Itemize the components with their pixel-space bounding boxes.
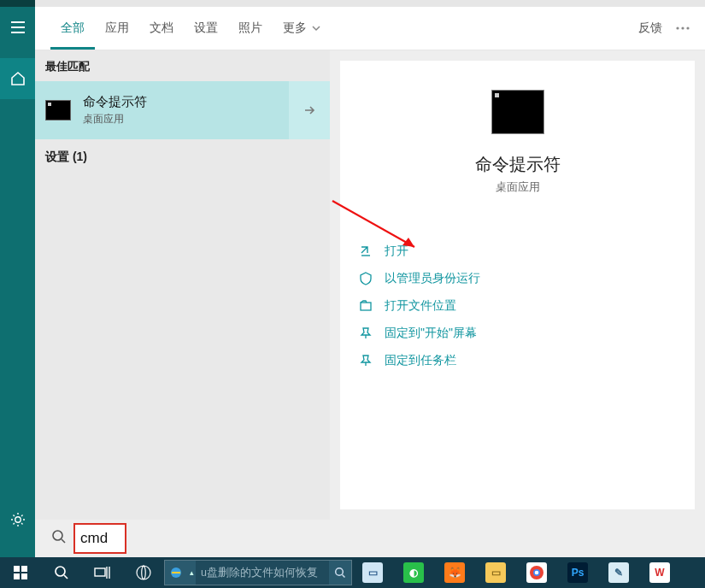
action-pin-start-label: 固定到"开始"屏幕 xyxy=(385,326,477,341)
svg-point-3 xyxy=(686,26,689,29)
svg-point-10 xyxy=(56,567,65,576)
taskbar-search-button[interactable] xyxy=(41,557,82,588)
svg-rect-6 xyxy=(14,566,20,572)
action-open-location[interactable]: 打开文件位置 xyxy=(359,292,676,320)
svg-rect-4 xyxy=(361,303,371,310)
svg-point-13 xyxy=(336,568,344,576)
feedback-link[interactable]: 反馈 xyxy=(630,21,671,36)
result-cmd[interactable]: 命令提示符 桌面应用 xyxy=(35,81,330,139)
rail-accent xyxy=(0,0,35,7)
tab-photos[interactable]: 照片 xyxy=(228,7,273,50)
action-open-label: 打开 xyxy=(385,244,408,259)
svg-point-16 xyxy=(535,571,539,575)
result-expand-button[interactable] xyxy=(289,81,330,139)
taskbar-app-photoshop[interactable]: Ps xyxy=(557,557,598,588)
tab-apps[interactable]: 应用 xyxy=(95,7,139,50)
cmd-icon xyxy=(45,100,71,121)
start-button[interactable] xyxy=(0,557,41,588)
detail-cmd-icon xyxy=(491,90,544,134)
search-input-highlight xyxy=(73,523,126,554)
tab-docs[interactable]: 文档 xyxy=(139,7,184,50)
taskbar-app-360[interactable]: ◐ xyxy=(393,557,434,588)
result-sub: 桌面应用 xyxy=(83,112,147,126)
action-open[interactable]: 打开 xyxy=(359,238,676,265)
taskbar-app-firefox[interactable]: 🦊 xyxy=(434,557,475,588)
detail-title: 命令提示符 xyxy=(475,153,561,176)
action-pin-start[interactable]: 固定到"开始"屏幕 xyxy=(359,320,676,347)
action-open-location-label: 打开文件位置 xyxy=(385,298,456,314)
svg-point-5 xyxy=(53,531,62,540)
detail-card: 命令提示符 桌面应用 打开 以管理员身份运行 打开文件位置 xyxy=(340,61,695,509)
search-body: 最佳匹配 命令提示符 桌面应用 设置 (1) 命令提示符 桌面应用 xyxy=(35,50,705,520)
search-flyout: 全部 应用 文档 设置 照片 更多 反馈 最佳匹配 命令提示符 桌面应用 xyxy=(35,7,705,557)
action-run-admin-label: 以管理员身份运行 xyxy=(385,271,480,286)
svg-point-2 xyxy=(681,26,684,29)
best-match-header: 最佳匹配 xyxy=(35,50,330,81)
settings-results-header[interactable]: 设置 (1) xyxy=(35,139,330,175)
ie-search-box[interactable]: ▴ u盘删除的文件如何恢复 xyxy=(164,560,352,585)
svg-rect-9 xyxy=(21,573,27,579)
result-name: 命令提示符 xyxy=(83,94,147,110)
tab-settings[interactable]: 设置 xyxy=(184,7,228,50)
task-view-button[interactable] xyxy=(82,557,123,588)
cortana-icon[interactable] xyxy=(123,557,164,588)
tab-more-label: 更多 xyxy=(283,21,307,36)
svg-rect-7 xyxy=(21,566,27,572)
rail-home-button[interactable] xyxy=(0,58,35,99)
action-run-admin[interactable]: 以管理员身份运行 xyxy=(359,265,676,292)
taskbar-app-chrome[interactable] xyxy=(516,557,557,588)
taskbar-app-notes[interactable]: ✎ xyxy=(598,557,639,588)
search-icon xyxy=(51,529,67,548)
ie-search-go-icon[interactable] xyxy=(329,561,351,585)
ie-icon xyxy=(165,561,187,585)
detail-actions: 打开 以管理员身份运行 打开文件位置 固定到"开始"屏幕 xyxy=(340,195,695,374)
start-rail xyxy=(0,0,35,557)
ie-search-placeholder: u盘删除的文件如何恢复 xyxy=(196,566,329,580)
action-pin-taskbar[interactable]: 固定到任务栏 xyxy=(359,347,676,374)
result-text: 命令提示符 桌面应用 xyxy=(83,94,147,126)
ie-dropdown-icon[interactable]: ▴ xyxy=(187,561,196,585)
svg-rect-8 xyxy=(14,573,20,579)
detail-subtitle: 桌面应用 xyxy=(496,179,540,195)
search-input-row xyxy=(35,520,330,557)
tab-all[interactable]: 全部 xyxy=(50,7,95,50)
action-pin-taskbar-label: 固定到任务栏 xyxy=(385,353,456,368)
svg-point-0 xyxy=(15,517,20,522)
taskbar: ▴ u盘删除的文件如何恢复 ▭ ◐ 🦊 ▭ Ps ✎ W xyxy=(0,557,705,588)
search-input[interactable] xyxy=(80,530,120,547)
rail-settings-button[interactable] xyxy=(0,499,35,540)
svg-point-1 xyxy=(676,26,679,29)
taskbar-app-wps[interactable]: W xyxy=(639,557,680,588)
detail-column: 命令提示符 桌面应用 打开 以管理员身份运行 打开文件位置 xyxy=(330,50,705,520)
search-tabbar: 全部 应用 文档 设置 照片 更多 反馈 xyxy=(35,7,705,50)
tab-more[interactable]: 更多 xyxy=(273,7,332,50)
taskbar-app-notepad[interactable]: ▭ xyxy=(352,557,393,588)
tabbar-more-icon[interactable] xyxy=(671,26,695,30)
svg-rect-11 xyxy=(95,568,105,576)
rail-expand-button[interactable] xyxy=(0,7,35,48)
taskbar-app-explorer[interactable]: ▭ xyxy=(475,557,516,588)
results-column: 最佳匹配 命令提示符 桌面应用 设置 (1) xyxy=(35,50,330,520)
